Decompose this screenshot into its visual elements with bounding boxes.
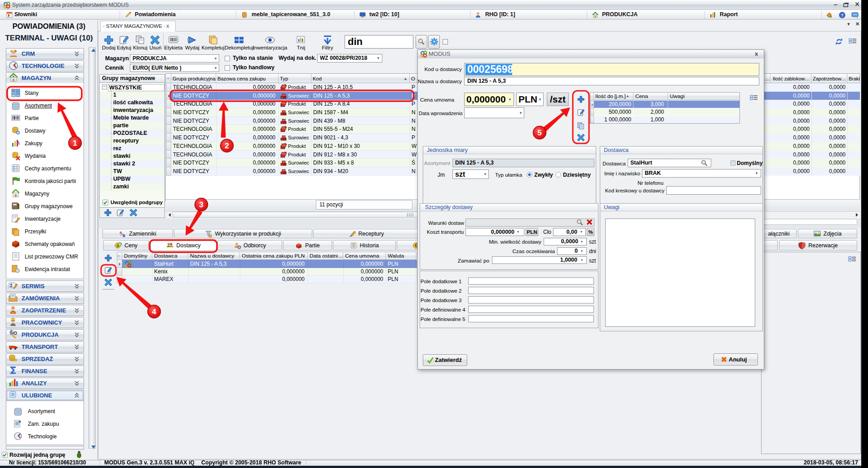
svg-text:2: 2 bbox=[225, 142, 229, 150]
svg-text:3: 3 bbox=[199, 201, 203, 209]
svg-text:1: 1 bbox=[73, 139, 77, 147]
svg-text:5: 5 bbox=[537, 129, 541, 137]
svg-text:4: 4 bbox=[152, 308, 156, 316]
